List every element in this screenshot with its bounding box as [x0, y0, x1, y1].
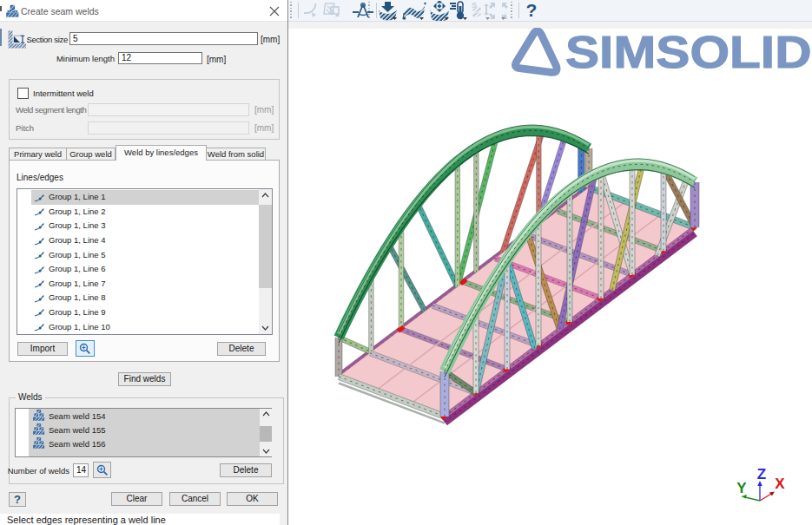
- svg-text:Z: Z: [757, 466, 766, 482]
- svg-text:X: X: [775, 476, 785, 492]
- svg-text:Y: Y: [736, 480, 747, 496]
